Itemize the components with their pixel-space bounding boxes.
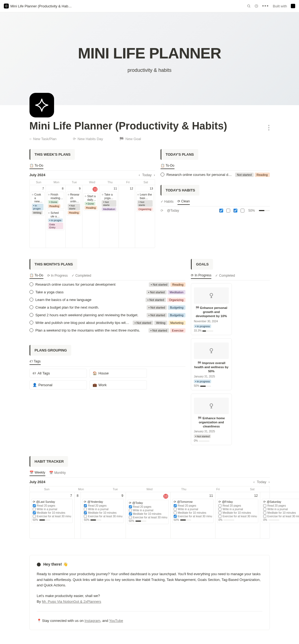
tag-card[interactable]: 🏠House <box>90 369 147 378</box>
calendar-cell[interactable]: 11○Take a yoga…• Not starteMeditation <box>99 185 119 248</box>
calendar-cell[interactable]: 7○Cook a new…• In progreWriting <box>30 185 46 248</box>
habit-checkbox[interactable] <box>33 515 36 518</box>
calendar-event[interactable]: ○Finish reading…• DoneReading <box>47 192 64 209</box>
habit-checkbox[interactable] <box>129 516 132 519</box>
new-task-button[interactable]: ○New Task/Plan <box>29 137 57 141</box>
tracker-prev-icon[interactable]: ‹ <box>253 480 254 484</box>
habit-checkbox[interactable] <box>226 209 230 212</box>
habit-day-block[interactable]: ⟳@TodayRead 20 pagesWrite in a journalMe… <box>128 500 169 524</box>
tab-tags[interactable]: 🏷 Tags <box>29 359 41 365</box>
habit-checkbox[interactable] <box>263 508 266 511</box>
habit-checkbox[interactable] <box>174 504 177 507</box>
calendar-cell[interactable]: 8○Finish reading…• DoneReading○Sched ule… <box>46 185 66 248</box>
tab-month-todo[interactable]: 📋 To-Do <box>29 273 43 279</box>
habit-checkbox[interactable] <box>129 505 132 508</box>
breadcrumb[interactable]: Mini Life Planner (Productivity & Hab… <box>4 4 72 8</box>
instagram-link[interactable]: Instagram <box>84 619 100 623</box>
clock-icon[interactable] <box>254 4 258 8</box>
habit-checkbox[interactable] <box>84 508 87 511</box>
calendar-cell[interactable]: 12 <box>119 185 135 248</box>
month-plan-item[interactable]: Plan a weekend trip to the mountains wit… <box>29 326 185 334</box>
checkbox-icon[interactable] <box>29 305 33 309</box>
habit-day-block[interactable]: ⟳@FridayRead 20 pagesWrite in a journalM… <box>217 499 258 523</box>
habit-day-block[interactable]: ⟳@YesterdayRead 20 pagesWrite in a journ… <box>82 499 124 523</box>
habit-checkbox[interactable] <box>33 511 36 514</box>
today-plan-item[interactable]: Research online courses for personal dev… <box>161 171 270 178</box>
checkbox-icon[interactable] <box>29 328 33 332</box>
calendar-event[interactable]: ○Cook a new…• In progreWriting <box>31 192 45 215</box>
page-menu-icon[interactable]: ••• <box>268 125 270 131</box>
tracker-next-icon[interactable]: › <box>268 480 270 484</box>
habit-checkbox[interactable] <box>174 515 177 518</box>
byline-link[interactable]: Mr. Pugo Via NotionGot & 2xPlanners <box>42 599 101 604</box>
checkbox-icon[interactable] <box>29 290 33 294</box>
tab-month-inprogress[interactable]: ⟳ In Progress <box>47 273 68 279</box>
calendar-event[interactable]: ○Sched ule a…• In progreData Entry <box>47 210 64 230</box>
today-habit-row[interactable]: ⟳ @Today 50% <box>161 206 270 215</box>
notion-icon[interactable] <box>291 4 295 8</box>
habit-day-block[interactable]: ⟳@TomorrowRead 20 pagesWrite in a journa… <box>172 499 214 523</box>
habit-checkbox[interactable] <box>174 511 177 514</box>
page-icon[interactable] <box>29 93 54 117</box>
habit-checkbox[interactable] <box>263 504 266 507</box>
month-plan-item[interactable]: Write and publish one blog post about pr… <box>29 319 185 326</box>
tracker-cell[interactable]: 11⟳@TomorrowRead 20 pagesWrite in a jour… <box>171 492 215 538</box>
checkbox-icon[interactable] <box>29 282 33 286</box>
youtube-link[interactable]: YouTube <box>109 619 123 623</box>
goal-card[interactable]: 🏁 Enhance home organization and cleanlin… <box>191 394 232 445</box>
new-goal-button[interactable]: 🏁New Goal <box>119 137 141 141</box>
habit-checkbox[interactable] <box>218 515 221 518</box>
tracker-cell[interactable]: 10⟳@TodayRead 20 pagesWrite in a journal… <box>126 492 171 538</box>
checkbox-icon[interactable] <box>29 313 33 317</box>
habit-checkbox[interactable] <box>218 511 221 514</box>
search-icon[interactable] <box>247 4 251 8</box>
calendar-cell[interactable]: 10○Start a daily…• DoneReading <box>82 185 99 248</box>
tag-card[interactable]: 🏷All Tags <box>29 369 87 378</box>
new-habit-button[interactable]: ⟳New Habits Day <box>73 137 103 141</box>
goal-card[interactable]: 🏁 Enhance personal growth and developmen… <box>191 283 232 335</box>
tracker-today-button[interactable]: Today <box>257 480 266 484</box>
month-plan-item[interactable]: Learn the basics of a new language• Not … <box>29 296 185 303</box>
calendar-cell[interactable]: 9○Resear ch onlin…• Not starteReading <box>66 185 82 248</box>
next-week-icon[interactable]: › <box>154 173 155 177</box>
habit-checkbox[interactable] <box>218 504 221 507</box>
tab-tracker-weekly[interactable]: 📅 Weekly <box>29 471 45 476</box>
habit-checkbox[interactable] <box>33 504 36 507</box>
tracker-cell[interactable]: 9⟳@YesterdayRead 20 pagesWrite in a jour… <box>81 492 126 538</box>
habit-checkbox[interactable] <box>233 209 237 212</box>
habit-checkbox[interactable] <box>241 209 244 212</box>
habit-checkbox[interactable] <box>84 504 87 507</box>
habit-checkbox[interactable] <box>218 508 221 511</box>
prev-week-icon[interactable]: ‹ <box>139 173 140 177</box>
tab-goals-inprogress[interactable]: ⟳ In Progress <box>191 273 211 279</box>
habit-checkbox[interactable] <box>33 508 36 511</box>
habit-checkbox[interactable] <box>219 209 223 212</box>
habit-checkbox[interactable] <box>84 515 87 518</box>
tab-habits[interactable]: ✓ Habits <box>161 199 174 205</box>
tag-card[interactable]: 💼Work <box>90 380 147 389</box>
habit-checkbox[interactable] <box>129 512 132 515</box>
habit-checkbox[interactable] <box>263 511 266 514</box>
calendar-event[interactable]: ○Take a yoga…• Not starteMeditation <box>100 192 117 212</box>
calendar-event[interactable]: ○Learn the basi…• Not starteOrganizing <box>136 192 154 212</box>
tab-todo[interactable]: 📋 To-Do <box>29 164 43 169</box>
habit-checkbox[interactable] <box>263 515 266 518</box>
habit-checkbox[interactable] <box>129 509 132 512</box>
checkbox-icon[interactable] <box>161 173 164 176</box>
more-icon[interactable]: ••• <box>262 3 269 9</box>
tracker-cell[interactable]: 13⟳@SaturdayRead 20 pagesWrite in a jour… <box>260 492 299 538</box>
today-button[interactable]: Today <box>142 173 152 177</box>
habit-day-block[interactable]: ⟳@Last SundayRead 20 pagesWrite in a jou… <box>31 499 73 523</box>
calendar-event[interactable]: ○Resear ch onlin…• Not starteReading <box>67 192 81 215</box>
checkbox-icon[interactable] <box>29 321 33 324</box>
tab-goals-completed[interactable]: ✓ Completed <box>215 273 235 279</box>
month-plan-item[interactable]: Take a yoga class• Not startedMeditation <box>29 288 185 296</box>
tab-tracker-monthly[interactable]: 📅 Monthly <box>49 471 66 476</box>
habit-day-block[interactable]: ⟳@SaturdayRead 20 pagesWrite in a journa… <box>262 499 299 523</box>
habit-checkbox[interactable] <box>174 508 177 511</box>
goal-card[interactable]: 🏁 Improve overall health and wellness by… <box>191 338 232 390</box>
tab-month-completed[interactable]: ✓ Completed <box>72 273 91 279</box>
month-plan-item[interactable]: Research online courses for personal dev… <box>29 280 185 288</box>
tracker-cell[interactable]: 7⟳@Last SundayRead 20 pagesWrite in a jo… <box>30 492 75 538</box>
month-plan-item[interactable]: Spend 2 hours each weekend planning and … <box>29 311 185 319</box>
